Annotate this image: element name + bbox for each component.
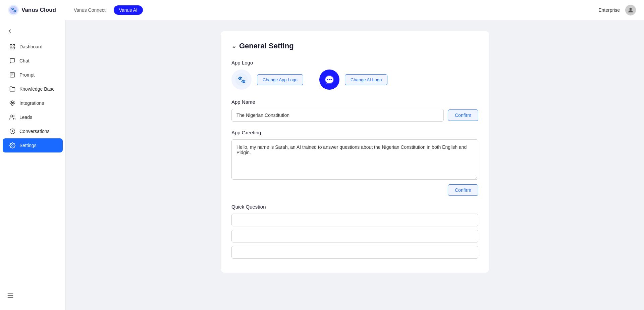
sidebar-item-label: Integrations (19, 100, 44, 106)
quick-question-section: Quick Question (231, 204, 478, 262)
leads-icon (9, 114, 15, 120)
sidebar-item-integrations[interactable]: Integrations (3, 96, 63, 110)
back-icon (7, 28, 13, 34)
sidebar-item-label: Leads (19, 115, 32, 120)
svg-rect-13 (12, 101, 13, 102)
sidebar-item-settings[interactable]: Settings (3, 138, 63, 152)
sidebar-item-label: Conversations (19, 129, 50, 134)
svg-rect-14 (12, 104, 13, 105)
user-avatar[interactable] (625, 5, 636, 15)
app-name-input[interactable] (231, 109, 444, 122)
top-navbar: 🐾 Vanus Cloud Vanus Connect Vanus AI Ent… (0, 0, 644, 20)
sidebar: Dashboard Chat Prompt Knowledge Base Int… (0, 20, 66, 310)
conversations-icon (9, 128, 15, 134)
svg-text:🐾: 🐾 (237, 76, 246, 84)
svg-rect-5 (10, 47, 12, 49)
svg-rect-6 (13, 47, 15, 49)
app-logo-label: App Logo (231, 60, 478, 65)
sidebar-item-conversations[interactable]: Conversations (3, 124, 63, 138)
hamburger-icon (7, 292, 14, 299)
app-logo-image: 🐾 (231, 70, 252, 90)
chevron-down-icon: ⌄ (231, 42, 236, 50)
app-greeting-label: App Greeting (231, 130, 478, 135)
nav-links: Vanus Connect Vanus AI (68, 5, 598, 15)
ai-logo-svg (323, 73, 336, 86)
confirm-name-button[interactable]: Confirm (448, 109, 478, 121)
brand-icon: 🐾 (8, 5, 19, 15)
change-app-logo-button[interactable]: Change App Logo (257, 74, 303, 85)
svg-point-29 (330, 79, 332, 80)
svg-point-2 (630, 8, 632, 10)
nav-vanus-connect[interactable]: Vanus Connect (68, 5, 111, 15)
svg-text:🐾: 🐾 (11, 7, 17, 13)
sidebar-item-label: Prompt (19, 72, 35, 78)
menu-icon[interactable] (7, 292, 59, 301)
app-name-row: Confirm (231, 109, 478, 122)
section-header: ⌄ General Setting (231, 42, 478, 50)
svg-point-27 (327, 79, 328, 80)
logo-row: 🐾 Change App Logo Change AI Lo (231, 70, 478, 90)
svg-rect-11 (10, 102, 12, 103)
quick-question-input-1[interactable] (231, 214, 478, 226)
sidebar-item-leads[interactable]: Leads (3, 110, 63, 124)
nav-right: Enterprise (598, 5, 636, 15)
brand-logo: 🐾 Vanus Cloud (8, 5, 68, 15)
sidebar-item-chat[interactable]: Chat (3, 54, 63, 68)
greeting-section: App Greeting Hello, my name is Sarah, an… (231, 130, 478, 196)
svg-rect-3 (10, 44, 12, 46)
settings-panel: ⌄ General Setting App Logo 🐾 Change App … (221, 31, 489, 273)
sidebar-bottom (0, 288, 65, 305)
knowledge-base-icon (9, 86, 15, 92)
app-name-label: App Name (231, 99, 478, 105)
section-title: General Setting (239, 42, 294, 50)
sidebar-item-dashboard[interactable]: Dashboard (3, 40, 63, 54)
svg-rect-4 (13, 44, 15, 46)
quick-question-input-2[interactable] (231, 230, 478, 242)
ai-logo-group: Change AI Logo (319, 70, 387, 90)
enterprise-label: Enterprise (598, 7, 620, 13)
greeting-confirm-row: Confirm (231, 184, 478, 196)
quick-question-label: Quick Question (231, 204, 478, 210)
sidebar-item-label: Knowledge Base (19, 86, 55, 92)
brand-name: Vanus Cloud (21, 7, 56, 13)
sidebar-back-button[interactable] (0, 26, 65, 37)
prompt-icon (9, 72, 15, 78)
change-ai-logo-button[interactable]: Change AI Logo (345, 74, 387, 85)
ai-logo-image (319, 70, 339, 90)
sidebar-item-label: Dashboard (19, 44, 43, 49)
main-content: ⌄ General Setting App Logo 🐾 Change App … (66, 20, 644, 310)
integrations-icon (9, 100, 15, 106)
svg-point-20 (12, 145, 13, 146)
sidebar-item-knowledge-base[interactable]: Knowledge Base (3, 82, 63, 96)
app-greeting-textarea[interactable]: Hello, my name is Sarah, an AI trained t… (231, 139, 478, 180)
sidebar-item-label: Settings (19, 143, 37, 148)
app-logo-group: 🐾 Change App Logo (231, 70, 303, 90)
confirm-greeting-button[interactable]: Confirm (448, 184, 478, 196)
sidebar-item-label: Chat (19, 58, 30, 63)
svg-rect-12 (13, 102, 15, 103)
nav-vanus-ai[interactable]: Vanus AI (114, 5, 143, 15)
svg-point-28 (329, 79, 330, 80)
sidebar-item-prompt[interactable]: Prompt (3, 68, 63, 82)
chat-icon (9, 58, 15, 64)
svg-point-18 (11, 115, 13, 117)
settings-icon (9, 142, 15, 148)
app-logo-svg: 🐾 (235, 73, 248, 86)
dashboard-icon (9, 44, 15, 50)
quick-question-input-3[interactable] (231, 246, 478, 259)
